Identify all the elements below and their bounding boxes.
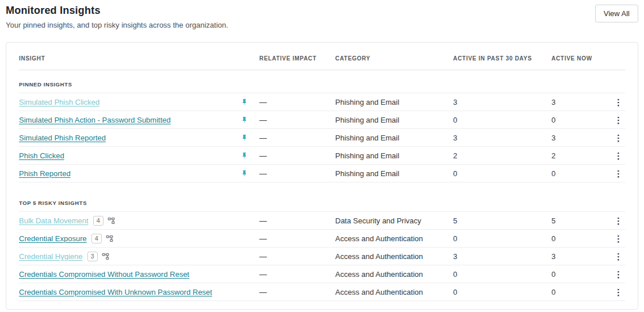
relative-impact-value: — <box>259 216 335 225</box>
insight-link[interactable]: Credential Hygiene <box>19 252 83 261</box>
table-row: Simulated Phish Clicked — Phishing and E… <box>19 93 625 111</box>
table-row: Phish Reported — Phishing and Email 0 0 … <box>19 165 625 182</box>
page-header: Monitored Insights Your pinned insights,… <box>6 5 638 29</box>
page-subtitle: Your pinned insights, and top risky insi… <box>6 21 228 29</box>
active-30-days-value: 3 <box>453 98 551 106</box>
active-30-days-value: 0 <box>453 116 551 124</box>
row-menu-button[interactable]: ⋮ <box>612 169 625 178</box>
table-row: Simulated Phish Reported — Phishing and … <box>19 129 625 147</box>
table-row: Credential Hygiene 3 — Access and Authen… <box>19 248 625 265</box>
table-row: Credential Exposure 4 — Access and Authe… <box>19 230 625 248</box>
category-value: Phishing and Email <box>335 169 453 178</box>
row-menu-button[interactable]: ⋮ <box>612 116 625 124</box>
insight-link[interactable]: Simulated Phish Clicked <box>19 98 99 106</box>
category-value: Phishing and Email <box>335 134 453 142</box>
insight-link[interactable]: Credentials Compromised Without Password… <box>19 270 189 279</box>
column-header-relative-impact: RELATIVE IMPACT <box>259 55 335 62</box>
active-now-value: 0 <box>551 270 606 279</box>
active-now-value: 0 <box>551 288 606 296</box>
row-menu-button[interactable]: ⋮ <box>612 151 625 160</box>
insight-link[interactable]: Simulated Phish Action - Password Submit… <box>19 116 171 124</box>
sub-insight-count-badge: 3 <box>87 252 98 261</box>
active-now-value: 2 <box>551 151 606 160</box>
row-menu-button[interactable]: ⋮ <box>612 234 625 243</box>
active-30-days-value: 0 <box>453 270 551 279</box>
sub-insight-count-badge: 4 <box>91 234 102 243</box>
section-label: TOP 5 RISKY INSIGHTS <box>19 200 625 206</box>
active-now-value: 0 <box>551 116 606 124</box>
grouped-insights-icon[interactable] <box>106 235 113 242</box>
category-value: Access and Authentication <box>335 252 453 261</box>
row-menu-button[interactable]: ⋮ <box>612 98 625 106</box>
pin-icon[interactable] <box>241 98 248 105</box>
active-now-value: 0 <box>551 169 606 178</box>
active-now-value: 5 <box>551 216 606 225</box>
row-menu-button[interactable]: ⋮ <box>612 252 625 261</box>
table-header-row: INSIGHT RELATIVE IMPACT CATEGORY ACTIVE … <box>19 43 625 70</box>
relative-impact-value: — <box>259 270 335 279</box>
insights-table-card: INSIGHT RELATIVE IMPACT CATEGORY ACTIVE … <box>6 42 638 310</box>
heading-block: Monitored Insights Your pinned insights,… <box>6 5 228 29</box>
insight-link[interactable]: Credential Exposure <box>19 234 87 243</box>
category-value: Access and Authentication <box>335 234 453 243</box>
section-label: PINNED INSIGHTS <box>19 81 625 87</box>
relative-impact-value: — <box>259 98 335 106</box>
active-30-days-value: 0 <box>453 288 551 296</box>
category-value: Access and Authentication <box>335 288 453 296</box>
insight-link[interactable]: Bulk Data Movement <box>19 216 89 225</box>
active-30-days-value: 3 <box>453 252 551 261</box>
row-menu-button[interactable]: ⋮ <box>612 270 625 279</box>
pin-icon[interactable] <box>241 134 248 141</box>
row-menu-button[interactable]: ⋮ <box>612 134 625 142</box>
table-row: Credentials Compromised Without Password… <box>19 265 625 283</box>
relative-impact-value: — <box>259 288 335 296</box>
insight-link[interactable]: Simulated Phish Reported <box>19 134 106 142</box>
table-row: Phish Clicked — Phishing and Email 2 2 ⋮ <box>19 147 625 165</box>
category-value: Phishing and Email <box>335 151 453 160</box>
active-now-value: 3 <box>551 252 606 261</box>
monitored-insights-page: Monitored Insights Your pinned insights,… <box>0 0 644 312</box>
active-30-days-value: 5 <box>453 216 551 225</box>
table-row: Simulated Phish Action - Password Submit… <box>19 111 625 129</box>
row-menu-button[interactable]: ⋮ <box>612 288 625 296</box>
view-all-button[interactable]: View All <box>595 5 638 22</box>
relative-impact-value: — <box>259 116 335 124</box>
relative-impact-value: — <box>259 169 335 178</box>
sub-insight-count-badge: 4 <box>93 216 103 226</box>
insight-link[interactable]: Credentials Compromised With Unknown Pas… <box>19 288 212 296</box>
pin-icon[interactable] <box>241 152 248 159</box>
table-row: Bulk Data Movement 4 — Data Security and… <box>19 212 625 230</box>
relative-impact-value: — <box>259 234 335 243</box>
column-header-insight: INSIGHT <box>19 55 259 62</box>
relative-impact-value: — <box>259 151 335 160</box>
section-header-top-risky-insights: TOP 5 RISKY INSIGHTS <box>19 182 625 212</box>
pin-icon[interactable] <box>241 116 248 123</box>
insight-link[interactable]: Phish Reported <box>19 169 71 178</box>
grouped-insights-icon[interactable] <box>108 217 115 225</box>
active-30-days-value: 3 <box>453 134 551 142</box>
table-row: Credentials Compromised With Unknown Pas… <box>19 283 625 301</box>
active-now-value: 3 <box>551 134 606 142</box>
relative-impact-value: — <box>259 252 335 261</box>
active-now-value: 3 <box>551 98 606 106</box>
active-now-value: 0 <box>551 234 606 243</box>
insight-link[interactable]: Phish Clicked <box>19 151 64 160</box>
section-header-pinned-insights: PINNED INSIGHTS <box>19 70 625 93</box>
page-title: Monitored Insights <box>6 5 228 17</box>
grouped-insights-icon[interactable] <box>102 253 109 260</box>
column-header-category: CATEGORY <box>335 55 453 62</box>
column-header-active-30-days: ACTIVE IN PAST 30 DAYS <box>453 55 551 62</box>
column-header-active-now: ACTIVE NOW <box>551 55 606 62</box>
category-value: Phishing and Email <box>335 116 453 124</box>
category-value: Phishing and Email <box>335 98 453 106</box>
category-value: Data Security and Privacy <box>335 216 453 225</box>
pin-icon[interactable] <box>241 170 248 177</box>
row-menu-button[interactable]: ⋮ <box>612 216 625 225</box>
active-30-days-value: 0 <box>453 169 551 178</box>
active-30-days-value: 0 <box>453 234 551 243</box>
active-30-days-value: 2 <box>453 151 551 160</box>
category-value: Access and Authentication <box>335 270 453 279</box>
relative-impact-value: — <box>259 134 335 142</box>
